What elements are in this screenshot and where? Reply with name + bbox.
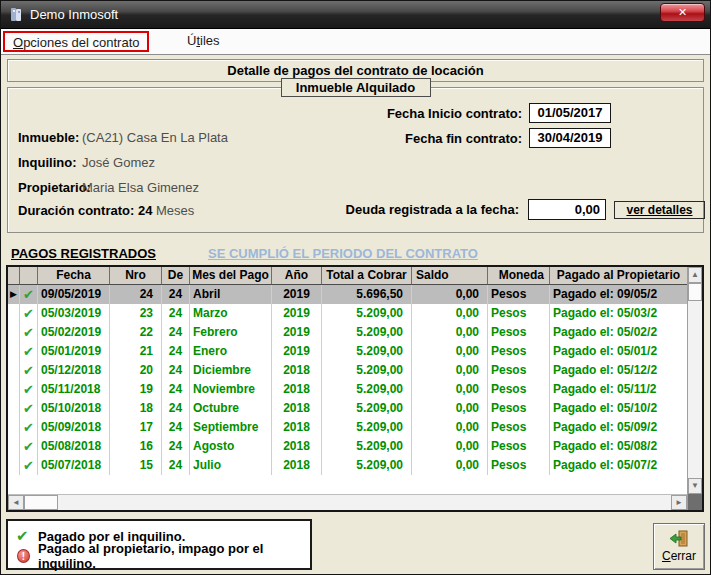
cell-pagado: Pagado el: 05/03/2 — [550, 304, 687, 323]
row-selector-icon — [8, 399, 20, 418]
table-row[interactable]: ✔05/01/20192124Enero20195.209,000,00Peso… — [8, 342, 687, 361]
duracion-label: Duración contrato: 24 Meses — [18, 203, 194, 218]
cell-fecha: 05/07/2018 — [38, 456, 110, 475]
column-header-mes[interactable]: Mes del Pago — [190, 267, 272, 284]
cell-de: 24 — [162, 323, 190, 342]
row-selector-icon — [8, 342, 20, 361]
scroll-left-icon[interactable]: ◄ — [8, 495, 24, 510]
contract-info-panel: Inmueble Alquilado Fecha Inicio contrato… — [7, 87, 704, 233]
cell-moneda: Pesos — [488, 342, 550, 361]
fecha-fin-field[interactable]: 30/04/2019 — [529, 128, 611, 148]
cell-nro: 17 — [110, 418, 162, 437]
cell-fecha: 09/05/2019 — [38, 285, 110, 304]
cell-ano: 2018 — [272, 456, 322, 475]
cell-saldo: 0,00 — [412, 456, 488, 475]
deuda-label: Deuda registrada a la fecha: — [346, 202, 519, 217]
row-selector-icon — [8, 361, 20, 380]
horizontal-scroll-thumb[interactable] — [24, 495, 58, 510]
scroll-right-icon[interactable]: ► — [671, 495, 687, 510]
vertical-scrollbar[interactable]: ▲ ▼ — [687, 267, 702, 510]
cell-moneda: Pesos — [488, 437, 550, 456]
cell-fecha: 05/11/2018 — [38, 380, 110, 399]
table-row[interactable]: ✔05/12/20182024Diciembre20185.209,000,00… — [8, 361, 687, 380]
cell-mes: Noviembre — [190, 380, 272, 399]
row-selector-icon: ▶ — [8, 285, 20, 304]
cell-mes: Septiembre — [190, 418, 272, 437]
deuda-field[interactable]: 0,00 — [528, 199, 606, 220]
table-row[interactable]: ✔05/07/20181524Julio20185.209,000,00Peso… — [8, 456, 687, 475]
ver-detalles-link[interactable]: ver detalles — [614, 201, 705, 219]
paid-check-icon: ✔ — [20, 456, 38, 475]
paid-check-icon: ✔ — [20, 285, 38, 304]
scroll-down-icon[interactable]: ▼ — [688, 478, 702, 494]
column-header-ano[interactable]: Año — [272, 267, 322, 284]
title-bar[interactable]: Demo Inmosoft ✕ — [1, 1, 710, 29]
cell-fecha: 05/03/2019 — [38, 304, 110, 323]
column-header-pagado[interactable]: Pagado al Propietario — [550, 267, 687, 284]
cell-nro: 21 — [110, 342, 162, 361]
cell-total: 5.696,50 — [322, 285, 412, 304]
column-header-saldo[interactable]: Saldo — [412, 267, 488, 284]
cell-moneda: Pesos — [488, 285, 550, 304]
column-header-nro[interactable]: Nro Pago — [110, 267, 162, 284]
cerrar-button[interactable]: Cerrar — [653, 523, 705, 570]
cell-de: 24 — [162, 437, 190, 456]
header-blank-cell — [20, 267, 38, 284]
table-row[interactable]: ✔05/11/20181924Noviembre20185.209,000,00… — [8, 380, 687, 399]
cell-ano: 2018 — [272, 418, 322, 437]
vertical-scroll-track[interactable] — [688, 301, 702, 478]
paid-check-icon: ✔ — [20, 380, 38, 399]
cell-fecha: 05/08/2018 — [38, 437, 110, 456]
payments-table: FechaNro PagoDeMes del PagoAñoTotal a Co… — [6, 265, 704, 512]
paid-check-icon: ✔ — [20, 304, 38, 323]
column-header-de[interactable]: De — [162, 267, 190, 284]
table-row[interactable]: ✔05/03/20192324Marzo20195.209,000,00Peso… — [8, 304, 687, 323]
table-row[interactable]: ✔05/09/20181724Septiembre20185.209,000,0… — [8, 418, 687, 437]
row-selector-icon — [8, 437, 20, 456]
cell-moneda: Pesos — [488, 304, 550, 323]
cell-saldo: 0,00 — [412, 323, 488, 342]
close-button[interactable]: ✕ — [660, 3, 705, 22]
table-row[interactable]: ✔05/08/20181624Agosto20185.209,000,00Pes… — [8, 437, 687, 456]
menu-opciones-del-contrato[interactable]: Opciones del contrato — [3, 31, 149, 52]
cell-fecha: 05/09/2018 — [38, 418, 110, 437]
table-row[interactable]: ✔05/02/20192224Febrero20195.209,000,00Pe… — [8, 323, 687, 342]
cell-nro: 19 — [110, 380, 162, 399]
vertical-scroll-thumb[interactable] — [688, 283, 702, 301]
groupbox-inmueble-alquilado: Inmueble Alquilado — [281, 78, 431, 97]
horizontal-scroll-track[interactable] — [58, 495, 671, 510]
cell-pagado: Pagado el: 05/12/2 — [550, 361, 687, 380]
cell-ano: 2019 — [272, 285, 322, 304]
cell-pagado: Pagado el: 05/08/2 — [550, 437, 687, 456]
cell-de: 24 — [162, 399, 190, 418]
cell-mes: Enero — [190, 342, 272, 361]
cell-fecha: 05/02/2019 — [38, 323, 110, 342]
cell-pagado: Pagado el: 05/01/2 — [550, 342, 687, 361]
table-row[interactable]: ✔05/10/20181824Octubre20185.209,000,00Pe… — [8, 399, 687, 418]
cell-ano: 2019 — [272, 323, 322, 342]
cell-moneda: Pesos — [488, 418, 550, 437]
cell-saldo: 0,00 — [412, 418, 488, 437]
cell-nro: 15 — [110, 456, 162, 475]
cell-pagado: Pagado el: 05/10/2 — [550, 399, 687, 418]
app-window: Demo Inmosoft ✕ Opciones del contrato Út… — [0, 0, 711, 575]
horizontal-scrollbar[interactable]: ◄ ► — [8, 494, 687, 510]
cell-ano: 2019 — [272, 342, 322, 361]
column-header-fecha[interactable]: Fecha — [38, 267, 110, 284]
duracion-unit: Meses — [156, 203, 194, 218]
fecha-inicio-field[interactable]: 01/05/2017 — [529, 103, 611, 123]
cell-moneda: Pesos — [488, 380, 550, 399]
column-header-moneda[interactable]: Moneda — [488, 267, 550, 284]
cell-moneda: Pesos — [488, 361, 550, 380]
cell-total: 5.209,00 — [322, 437, 412, 456]
table-empty-area — [8, 475, 687, 494]
scroll-up-icon[interactable]: ▲ — [688, 267, 702, 283]
menu-utiles[interactable]: Útiles — [179, 31, 228, 52]
inquilino-value: José Gomez — [82, 155, 155, 170]
cell-ano: 2018 — [272, 380, 322, 399]
cell-nro: 23 — [110, 304, 162, 323]
cell-ano: 2018 — [272, 361, 322, 380]
table-row[interactable]: ▶✔09/05/20192424Abril20195.696,500,00Pes… — [8, 285, 687, 304]
cell-moneda: Pesos — [488, 323, 550, 342]
column-header-total[interactable]: Total a Cobrar — [322, 267, 412, 284]
